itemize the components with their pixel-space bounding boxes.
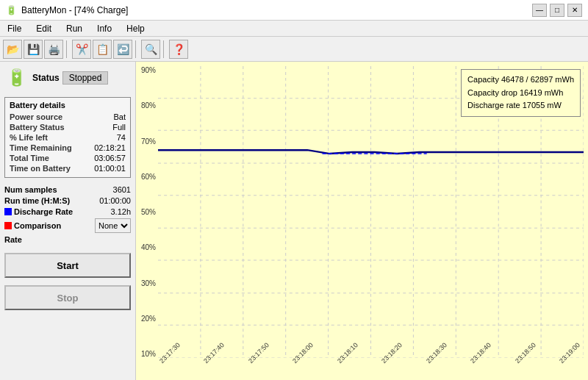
stat-label-num-samples: Num samples: [4, 185, 57, 194]
y-label-80: 80%: [141, 101, 156, 110]
y-label-20: 20%: [141, 315, 156, 323]
menu-run[interactable]: Run: [62, 22, 87, 35]
detail-label-battery-status: Battery Status: [10, 123, 65, 132]
minimize-button[interactable]: —: [532, 4, 547, 17]
menu-info[interactable]: Info: [93, 22, 116, 35]
stat-label-comparison: Comparison: [14, 221, 61, 230]
menu-edit[interactable]: Edit: [32, 22, 56, 35]
detail-label-time-on-battery: Time on Battery: [10, 164, 71, 173]
y-label-40: 40%: [141, 243, 156, 251]
detail-value-total-time: 03:06:57: [94, 154, 126, 162]
toolbar-btn-0[interactable]: 📂: [3, 40, 22, 59]
stat-comparison: Comparison None: [4, 218, 131, 233]
detail-value-battery-status: Full: [112, 123, 126, 132]
detail-life-left: % Life left 74: [10, 133, 126, 142]
detail-time-remaining: Time Remaining 02:18:21: [10, 143, 126, 152]
tooltip-capacity-drop: Capacity drop 16419 mWh: [467, 87, 574, 100]
status-value: Stopped: [62, 71, 109, 85]
toolbar-btn-1[interactable]: 💾: [24, 40, 43, 59]
toolbar-btn-2[interactable]: 🖨️: [44, 40, 63, 59]
title-bar-left: 🔋 BatteryMon - [74% Charge]: [6, 5, 128, 15]
y-label-50: 50%: [141, 208, 156, 216]
toolbar-btn-7[interactable]: ❓: [169, 40, 188, 59]
detail-value-power-source: Bat: [113, 112, 126, 121]
detail-power-source: Power source Bat: [10, 112, 126, 121]
toolbar-sep-2: [135, 40, 138, 58]
start-button[interactable]: Start: [4, 253, 131, 278]
detail-label-power-source: Power source: [10, 112, 62, 121]
window-title: BatteryMon - [74% Charge]: [21, 5, 128, 15]
detail-value-life-left: 74: [117, 133, 126, 142]
status-label: Status: [32, 73, 60, 83]
battery-details-box: Battery details Power source Bat Battery…: [4, 97, 131, 178]
detail-value-time-on-battery: 01:00:01: [94, 164, 126, 173]
detail-total-time: Total Time 03:06:57: [10, 154, 126, 162]
comparison-select[interactable]: None: [95, 218, 131, 233]
y-label-60: 60%: [141, 173, 156, 181]
stat-num-samples: Num samples 3601: [4, 185, 131, 194]
stat-discharge-rate: Discharge Rate 3.12h: [4, 207, 131, 216]
toolbar-btn-4[interactable]: 📋: [93, 40, 112, 59]
y-label-30: 30%: [141, 279, 156, 287]
stat-label-comparison-rate: Rate: [4, 235, 22, 244]
close-button[interactable]: ✕: [567, 4, 582, 17]
stats-section: Num samples 3601 Run time (H:M:S) 01:00:…: [4, 185, 131, 244]
detail-label-total-time: Total Time: [10, 154, 49, 162]
battery-icon: 🔋: [4, 66, 28, 90]
maximize-button[interactable]: □: [550, 4, 564, 17]
toolbar-btn-3[interactable]: ✂️: [72, 40, 91, 59]
menu-bar: File Edit Run Info Help: [0, 21, 588, 37]
detail-time-on-battery: Time on Battery 01:00:01: [10, 164, 126, 173]
x-axis: 23:17:30 23:17:40 23:17:50 23:18:00 23:1…: [158, 358, 584, 380]
y-axis: 90% 80% 70% 60% 50% 40% 30% 20% 10%: [136, 66, 158, 358]
stat-label-run-time: Run time (H:M:S): [4, 196, 70, 205]
detail-value-time-remaining: 02:18:21: [94, 143, 126, 152]
tooltip-discharge-rate: Discharge rate 17055 mW: [467, 99, 574, 112]
stat-value-run-time: 01:00:00: [99, 196, 131, 205]
battery-details-title: Battery details: [10, 101, 126, 110]
title-bar: 🔋 BatteryMon - [74% Charge] — □ ✕: [0, 0, 588, 21]
stat-value-num-samples: 3601: [113, 185, 131, 194]
status-row: 🔋 Status Stopped: [4, 66, 131, 90]
y-label-70: 70%: [141, 137, 156, 146]
toolbar: 📂 💾 🖨️ ✂️ 📋 ↩️ 🔍 ❓: [0, 37, 588, 62]
discharge-rate-indicator: [4, 208, 12, 215]
tooltip-capacity: Capacity 46478 / 62897 mWh: [467, 74, 574, 87]
menu-help[interactable]: Help: [122, 22, 149, 35]
toolbar-sep-1: [66, 40, 69, 58]
comparison-indicator: [4, 222, 12, 229]
stat-comparison-sublabel: Rate: [4, 235, 131, 244]
stat-run-time: Run time (H:M:S) 01:00:00: [4, 196, 131, 205]
detail-label-life-left: % Life left: [10, 133, 48, 142]
left-panel: 🔋 Status Stopped Battery details Power s…: [0, 62, 136, 380]
stop-button[interactable]: Stop: [4, 285, 131, 310]
detail-label-time-remaining: Time Remaining: [10, 143, 72, 152]
y-label-10: 10%: [141, 350, 156, 358]
stat-label-discharge-rate: Discharge Rate: [14, 207, 73, 216]
toolbar-btn-6[interactable]: 🔍: [141, 40, 160, 59]
chart-area: 90% 80% 70% 60% 50% 40% 30% 20% 10%: [136, 62, 588, 380]
window-icon: 🔋: [6, 5, 17, 15]
status-label-group: Status Stopped: [32, 71, 108, 85]
menu-file[interactable]: File: [3, 22, 26, 35]
detail-battery-status: Battery Status Full: [10, 123, 126, 132]
toolbar-btn-5[interactable]: ↩️: [113, 40, 132, 59]
main-content: 🔋 Status Stopped Battery details Power s…: [0, 62, 588, 380]
title-bar-controls[interactable]: — □ ✕: [532, 4, 582, 17]
toolbar-sep-3: [163, 40, 166, 58]
chart-tooltip: Capacity 46478 / 62897 mWh Capacity drop…: [461, 69, 581, 117]
stat-value-discharge-rate: 3.12h: [110, 207, 131, 216]
y-label-90: 90%: [141, 66, 156, 74]
